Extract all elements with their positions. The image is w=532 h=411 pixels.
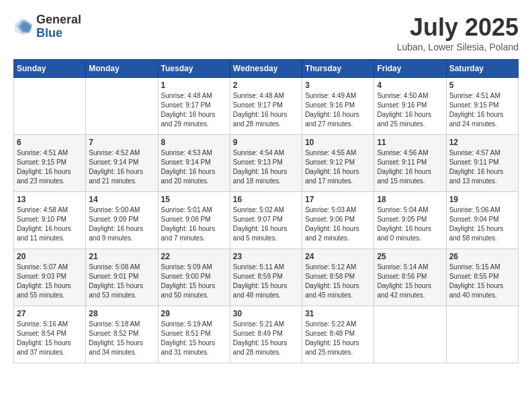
day-number: 20 bbox=[17, 252, 83, 261]
cell-week4-day2: 22Sunrise: 5:09 AM Sunset: 9:00 PM Dayli… bbox=[158, 249, 230, 306]
day-number: 21 bbox=[89, 252, 154, 261]
col-thursday: Thursday bbox=[302, 60, 374, 78]
day-info: Sunrise: 5:07 AM Sunset: 9:03 PM Dayligh… bbox=[17, 263, 83, 300]
cell-week5-day6 bbox=[446, 306, 518, 363]
day-info: Sunrise: 5:21 AM Sunset: 8:49 PM Dayligh… bbox=[233, 320, 299, 357]
day-info: Sunrise: 5:00 AM Sunset: 9:09 PM Dayligh… bbox=[89, 205, 154, 243]
cell-week3-day2: 15Sunrise: 5:01 AM Sunset: 9:08 PM Dayli… bbox=[158, 192, 230, 249]
cell-week1-day0 bbox=[14, 78, 86, 135]
logo: General Blue bbox=[13, 13, 81, 40]
day-info: Sunrise: 5:19 AM Sunset: 8:51 PM Dayligh… bbox=[161, 320, 227, 357]
day-info: Sunrise: 5:12 AM Sunset: 8:58 PM Dayligh… bbox=[305, 263, 371, 300]
location-title: Luban, Lower Silesia, Poland bbox=[397, 42, 519, 52]
day-number: 17 bbox=[305, 195, 371, 204]
day-number: 14 bbox=[89, 195, 154, 204]
day-number: 30 bbox=[233, 309, 299, 318]
day-number: 19 bbox=[449, 195, 515, 204]
week-row-1: 1Sunrise: 4:48 AM Sunset: 9:17 PM Daylig… bbox=[14, 78, 519, 135]
day-number: 10 bbox=[305, 138, 371, 147]
cell-week4-day6: 26Sunrise: 5:15 AM Sunset: 8:55 PM Dayli… bbox=[446, 249, 518, 306]
day-info: Sunrise: 4:55 AM Sunset: 9:12 PM Dayligh… bbox=[305, 148, 371, 186]
day-info: Sunrise: 5:09 AM Sunset: 9:00 PM Dayligh… bbox=[161, 263, 227, 300]
cell-week4-day5: 25Sunrise: 5:14 AM Sunset: 8:56 PM Dayli… bbox=[374, 249, 446, 306]
cell-week4-day1: 21Sunrise: 5:08 AM Sunset: 9:01 PM Dayli… bbox=[86, 249, 158, 306]
logo-text: General Blue bbox=[36, 13, 81, 40]
col-wednesday: Wednesday bbox=[230, 60, 302, 78]
title-area: July 2025 Luban, Lower Silesia, Poland bbox=[397, 13, 519, 52]
cell-week2-day0: 6Sunrise: 4:51 AM Sunset: 9:15 PM Daylig… bbox=[14, 135, 86, 192]
cell-week1-day2: 1Sunrise: 4:48 AM Sunset: 9:17 PM Daylig… bbox=[158, 78, 230, 135]
day-info: Sunrise: 5:14 AM Sunset: 8:56 PM Dayligh… bbox=[377, 263, 443, 300]
cell-week2-day1: 7Sunrise: 4:52 AM Sunset: 9:14 PM Daylig… bbox=[86, 135, 158, 192]
day-number: 23 bbox=[233, 252, 299, 261]
day-info: Sunrise: 4:48 AM Sunset: 9:17 PM Dayligh… bbox=[161, 91, 227, 129]
day-number: 9 bbox=[233, 138, 299, 147]
cell-week4-day3: 23Sunrise: 5:11 AM Sunset: 8:59 PM Dayli… bbox=[230, 249, 302, 306]
cell-week2-day4: 10Sunrise: 4:55 AM Sunset: 9:12 PM Dayli… bbox=[302, 135, 374, 192]
cell-week5-day0: 27Sunrise: 5:16 AM Sunset: 8:54 PM Dayli… bbox=[14, 306, 86, 363]
cell-week5-day3: 30Sunrise: 5:21 AM Sunset: 8:49 PM Dayli… bbox=[230, 306, 302, 363]
cell-week1-day3: 2Sunrise: 4:48 AM Sunset: 9:17 PM Daylig… bbox=[230, 78, 302, 135]
day-number: 22 bbox=[161, 252, 227, 261]
day-number: 26 bbox=[449, 252, 515, 261]
day-number: 18 bbox=[377, 195, 443, 204]
day-info: Sunrise: 4:58 AM Sunset: 9:10 PM Dayligh… bbox=[17, 205, 83, 243]
day-number: 16 bbox=[233, 195, 299, 204]
cell-week2-day2: 8Sunrise: 4:53 AM Sunset: 9:14 PM Daylig… bbox=[158, 135, 230, 192]
day-info: Sunrise: 4:54 AM Sunset: 9:13 PM Dayligh… bbox=[233, 148, 299, 186]
cell-week1-day1 bbox=[86, 78, 158, 135]
day-number: 6 bbox=[17, 138, 83, 147]
col-friday: Friday bbox=[374, 60, 446, 78]
day-info: Sunrise: 4:53 AM Sunset: 9:14 PM Dayligh… bbox=[161, 148, 227, 186]
cell-week1-day4: 3Sunrise: 4:49 AM Sunset: 9:16 PM Daylig… bbox=[302, 78, 374, 135]
day-info: Sunrise: 5:04 AM Sunset: 9:05 PM Dayligh… bbox=[377, 205, 443, 243]
week-row-3: 13Sunrise: 4:58 AM Sunset: 9:10 PM Dayli… bbox=[14, 192, 519, 249]
day-info: Sunrise: 5:22 AM Sunset: 8:48 PM Dayligh… bbox=[305, 320, 371, 357]
day-info: Sunrise: 5:11 AM Sunset: 8:59 PM Dayligh… bbox=[233, 263, 299, 300]
day-number: 4 bbox=[377, 81, 443, 90]
col-saturday: Saturday bbox=[446, 60, 518, 78]
calendar-header: Sunday Monday Tuesday Wednesday Thursday… bbox=[14, 60, 519, 78]
day-info: Sunrise: 4:51 AM Sunset: 9:15 PM Dayligh… bbox=[449, 91, 515, 129]
cell-week5-day5 bbox=[374, 306, 446, 363]
day-number: 24 bbox=[305, 252, 371, 261]
day-info: Sunrise: 4:57 AM Sunset: 9:11 PM Dayligh… bbox=[449, 148, 515, 186]
cell-week3-day6: 19Sunrise: 5:06 AM Sunset: 9:04 PM Dayli… bbox=[446, 192, 518, 249]
day-number: 12 bbox=[449, 138, 515, 147]
day-info: Sunrise: 5:15 AM Sunset: 8:55 PM Dayligh… bbox=[449, 263, 515, 300]
cell-week4-day0: 20Sunrise: 5:07 AM Sunset: 9:03 PM Dayli… bbox=[14, 249, 86, 306]
day-info: Sunrise: 4:50 AM Sunset: 9:16 PM Dayligh… bbox=[377, 91, 443, 129]
cell-week1-day5: 4Sunrise: 4:50 AM Sunset: 9:16 PM Daylig… bbox=[374, 78, 446, 135]
day-info: Sunrise: 4:49 AM Sunset: 9:16 PM Dayligh… bbox=[305, 91, 371, 129]
cell-week1-day6: 5Sunrise: 4:51 AM Sunset: 9:15 PM Daylig… bbox=[446, 78, 518, 135]
calendar-body: 1Sunrise: 4:48 AM Sunset: 9:17 PM Daylig… bbox=[14, 78, 519, 363]
cell-week3-day3: 16Sunrise: 5:02 AM Sunset: 9:07 PM Dayli… bbox=[230, 192, 302, 249]
day-info: Sunrise: 5:06 AM Sunset: 9:04 PM Dayligh… bbox=[449, 205, 515, 243]
week-row-2: 6Sunrise: 4:51 AM Sunset: 9:15 PM Daylig… bbox=[14, 135, 519, 192]
header-row: Sunday Monday Tuesday Wednesday Thursday… bbox=[14, 60, 519, 78]
logo-general-text: General bbox=[36, 13, 81, 27]
week-row-4: 20Sunrise: 5:07 AM Sunset: 9:03 PM Dayli… bbox=[14, 249, 519, 306]
col-monday: Monday bbox=[86, 60, 158, 78]
day-number: 7 bbox=[89, 138, 154, 147]
day-number: 11 bbox=[377, 138, 443, 147]
day-info: Sunrise: 4:51 AM Sunset: 9:15 PM Dayligh… bbox=[17, 148, 83, 186]
month-title: July 2025 bbox=[397, 13, 519, 42]
cell-week4-day4: 24Sunrise: 5:12 AM Sunset: 8:58 PM Dayli… bbox=[302, 249, 374, 306]
cell-week5-day4: 31Sunrise: 5:22 AM Sunset: 8:48 PM Dayli… bbox=[302, 306, 374, 363]
week-row-5: 27Sunrise: 5:16 AM Sunset: 8:54 PM Dayli… bbox=[14, 306, 519, 363]
cell-week3-day0: 13Sunrise: 4:58 AM Sunset: 9:10 PM Dayli… bbox=[14, 192, 86, 249]
day-number: 31 bbox=[305, 309, 371, 318]
cell-week3-day1: 14Sunrise: 5:00 AM Sunset: 9:09 PM Dayli… bbox=[86, 192, 158, 249]
day-info: Sunrise: 4:48 AM Sunset: 9:17 PM Dayligh… bbox=[233, 91, 299, 129]
day-number: 27 bbox=[17, 309, 83, 318]
day-info: Sunrise: 5:02 AM Sunset: 9:07 PM Dayligh… bbox=[233, 205, 299, 243]
day-number: 8 bbox=[161, 138, 227, 147]
cell-week2-day5: 11Sunrise: 4:56 AM Sunset: 9:11 PM Dayli… bbox=[374, 135, 446, 192]
day-number: 2 bbox=[233, 81, 299, 90]
header: General Blue July 2025 Luban, Lower Sile… bbox=[13, 13, 519, 52]
day-info: Sunrise: 5:16 AM Sunset: 8:54 PM Dayligh… bbox=[17, 320, 83, 357]
day-info: Sunrise: 4:56 AM Sunset: 9:11 PM Dayligh… bbox=[377, 148, 443, 186]
logo-blue-text: Blue bbox=[36, 27, 81, 40]
day-number: 1 bbox=[161, 81, 227, 90]
